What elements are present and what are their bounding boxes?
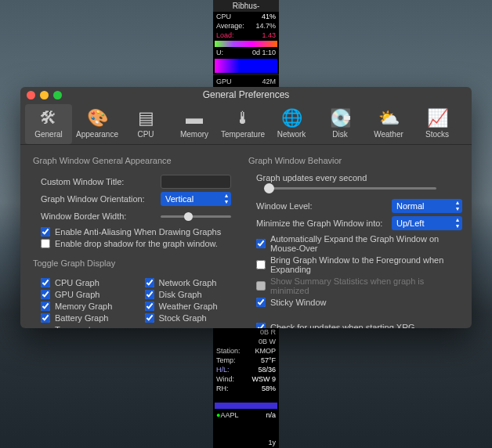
cpu-bar — [215, 59, 277, 73]
cpu-sparkline — [215, 41, 277, 47]
bring-foreground-checkbox[interactable] — [256, 260, 266, 269]
update-interval-slider[interactable] — [264, 187, 436, 190]
section-behavior: Graph Window Behavior — [248, 156, 462, 165]
update-interval-label: Graph updates every second — [256, 173, 462, 182]
border-width-label: Window Border Width: — [41, 211, 154, 221]
preferences-window: General Preferences 🛠General🎨Appearance▤… — [20, 87, 472, 328]
general-icon: 🛠 — [38, 107, 60, 129]
custom-title-label: Custom Window Title: — [41, 177, 154, 186]
window-level-label: Window Level: — [256, 201, 385, 211]
tab-memory[interactable]: ▬Memory — [171, 104, 218, 144]
close-icon[interactable] — [27, 91, 35, 99]
cpu-graph-label: CPU Graph — [55, 278, 99, 287]
network-icon: 🌐 — [280, 107, 302, 129]
disk-graph-checkbox[interactable] — [145, 290, 154, 299]
cpu-icon: ▤ — [135, 107, 157, 129]
temperature-icon: 🌡 — [232, 107, 254, 129]
section-toggle-displays: Toggle Graph Display — [33, 258, 231, 268]
disk-graph-label: Disk Graph — [159, 290, 202, 299]
tab-stocks[interactable]: 📈Stocks — [414, 104, 461, 144]
prefs-toolbar: 🛠General🎨Appearance▤CPU▬Memory🌡Temperatu… — [20, 103, 472, 145]
disk-icon: 💽 — [329, 107, 351, 129]
battery-graph-checkbox[interactable] — [41, 313, 50, 323]
gpu-graph-checkbox[interactable] — [41, 290, 50, 299]
stock-graph-checkbox[interactable] — [145, 313, 154, 323]
dropshadow-checkbox[interactable] — [41, 239, 50, 248]
weather-graph-checkbox[interactable] — [145, 302, 154, 311]
battery-graph-label: Battery Graph — [55, 313, 108, 323]
tab-weather[interactable]: ⛅Weather — [365, 104, 412, 144]
orientation-label: Graph Window Orientation: — [41, 194, 154, 204]
tab-temperature[interactable]: 🌡Temperature — [219, 104, 266, 144]
right-column: Graph Window Behavior Graph updates ever… — [248, 153, 462, 328]
window-title: General Preferences — [20, 89, 472, 100]
custom-title-input[interactable] — [161, 175, 231, 189]
tab-disk[interactable]: 💽Disk — [317, 104, 364, 144]
check-updates-checkbox[interactable] — [256, 323, 266, 328]
section-appearance: Graph Window General Appearance — [33, 156, 231, 165]
tab-cpu[interactable]: ▤CPU — [122, 104, 169, 144]
auto-expand-checkbox[interactable] — [256, 239, 266, 248]
appearance-icon: 🎨 — [86, 107, 108, 129]
memory-graph-label: Memory Graph — [55, 302, 112, 311]
network-graph-checkbox[interactable] — [145, 278, 154, 287]
weather-sparkline — [215, 393, 277, 409]
temperature-graph-label: Temperature Graph — [55, 325, 128, 328]
tab-general[interactable]: 🛠General — [25, 104, 72, 144]
sticky-window-checkbox[interactable] — [256, 298, 266, 307]
tab-appearance[interactable]: 🎨Appearance — [74, 104, 121, 144]
left-column: Graph Window General Appearance Custom W… — [33, 153, 231, 328]
network-graph-label: Network Graph — [159, 278, 217, 287]
tab-network[interactable]: 🌐Network — [268, 104, 315, 144]
weather-icon: ⛅ — [378, 107, 400, 129]
stocks-icon: 📈 — [426, 107, 448, 129]
antialias-checkbox[interactable] — [41, 227, 50, 237]
window-level-select[interactable]: Normal — [392, 199, 462, 213]
monitor-title: Ribhus- — [213, 0, 279, 12]
stocks-range: 1y — [213, 437, 279, 448]
stock-graph-label: Stock Graph — [159, 313, 207, 323]
summary-stats-checkbox — [256, 281, 266, 291]
window-titlebar[interactable]: General Preferences — [20, 87, 472, 103]
weather-graph-label: Weather Graph — [159, 302, 218, 311]
minimize-icon[interactable] — [40, 91, 49, 99]
gpu-graph-label: GPU Graph — [55, 290, 99, 299]
memory-graph-checkbox[interactable] — [41, 302, 50, 311]
memory-icon: ▬ — [183, 107, 205, 129]
orientation-select[interactable]: Vertical — [161, 192, 231, 206]
border-width-slider[interactable] — [161, 215, 231, 218]
zoom-icon[interactable] — [53, 91, 62, 99]
cpu-graph-checkbox[interactable] — [41, 278, 50, 287]
minimize-into-label: Minimize the Graph Window into: — [256, 219, 385, 228]
minimize-into-select[interactable]: Up/Left — [392, 216, 462, 230]
